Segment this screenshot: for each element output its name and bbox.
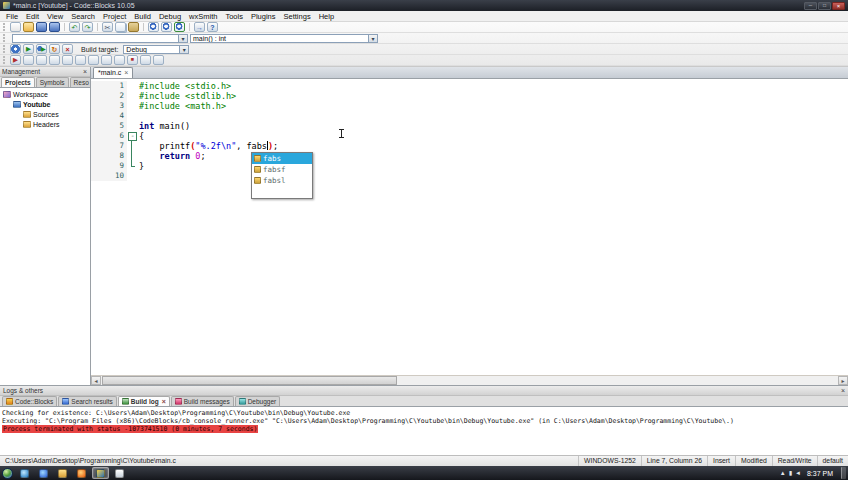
- copy-icon[interactable]: [115, 22, 126, 32]
- chevron-down-icon[interactable]: [368, 35, 377, 42]
- taskbar-app-codeblocks[interactable]: [92, 467, 109, 479]
- redo-icon[interactable]: [82, 22, 93, 32]
- taskbar-app-internet-explorer[interactable]: [35, 467, 52, 479]
- wxsmith-preview-icon[interactable]: [153, 55, 164, 65]
- menu-item-file[interactable]: File: [2, 11, 22, 22]
- start-button[interactable]: [2, 468, 13, 479]
- chevron-down-icon[interactable]: [179, 46, 188, 53]
- close-management-icon[interactable]: ×: [82, 68, 88, 76]
- menu-item-build[interactable]: Build: [130, 11, 155, 22]
- replace-icon[interactable]: [174, 22, 185, 32]
- symbol-combo[interactable]: main() : int: [190, 34, 378, 43]
- management-tab-projects[interactable]: Projects: [1, 77, 35, 87]
- taskbar-app-notepad[interactable]: [111, 467, 128, 479]
- step-into-icon[interactable]: [49, 55, 60, 65]
- new-file-icon[interactable]: [10, 22, 21, 32]
- debug-info-icon[interactable]: [114, 55, 125, 65]
- fold-margin[interactable]: [127, 161, 137, 171]
- logs-tab-debugger[interactable]: Debugger: [235, 396, 281, 406]
- fold-margin[interactable]: [127, 111, 137, 121]
- chevron-down-icon[interactable]: [178, 35, 187, 42]
- find-icon[interactable]: [148, 22, 159, 32]
- menu-item-search[interactable]: Search: [67, 11, 99, 22]
- fold-margin[interactable]: [127, 121, 137, 131]
- next-line-icon[interactable]: [36, 55, 47, 65]
- code-area[interactable]: 1#include <stdio.h>2#include <stdlib.h>3…: [91, 79, 848, 375]
- menu-item-help[interactable]: Help: [315, 11, 338, 22]
- run-icon[interactable]: [23, 44, 34, 54]
- menu-item-plugins[interactable]: Plugins: [247, 11, 280, 22]
- next-instruction-icon[interactable]: [75, 55, 86, 65]
- find-in-files-icon[interactable]: [161, 22, 172, 32]
- menu-item-edit[interactable]: Edit: [22, 11, 43, 22]
- hidden-icons-icon[interactable]: ▲: [780, 470, 786, 476]
- close-icon[interactable]: [832, 2, 845, 10]
- tree-item-headers[interactable]: Headers: [0, 119, 90, 129]
- toolbar-grip[interactable]: [3, 56, 6, 64]
- tree-item-sources[interactable]: Sources: [0, 109, 90, 119]
- paste-icon[interactable]: [128, 22, 139, 32]
- rebuild-icon[interactable]: [49, 44, 60, 54]
- menu-item-view[interactable]: View: [43, 11, 67, 22]
- close-logs-icon[interactable]: ×: [841, 387, 845, 394]
- menu-item-project[interactable]: Project: [99, 11, 130, 22]
- tree-item-workspace[interactable]: Workspace: [0, 89, 90, 99]
- fold-margin[interactable]: [127, 81, 137, 91]
- scroll-left-icon[interactable]: [91, 376, 101, 385]
- maximize-icon[interactable]: [818, 2, 831, 10]
- volume-icon[interactable]: ◄: [795, 470, 801, 476]
- show-desktop-button[interactable]: [841, 467, 846, 479]
- taskbar-app-firefox[interactable]: [73, 467, 90, 479]
- cut-icon[interactable]: [102, 22, 113, 32]
- taskbar-app-windows-media-player[interactable]: [16, 467, 33, 479]
- toolbar-grip[interactable]: [3, 23, 6, 31]
- horizontal-scrollbar[interactable]: [91, 375, 848, 385]
- scope-combo[interactable]: [12, 34, 188, 43]
- autocomplete-item-fabs[interactable]: fabs: [252, 153, 312, 164]
- step-out-icon[interactable]: [62, 55, 73, 65]
- fold-margin[interactable]: [127, 141, 137, 151]
- help-icon[interactable]: [207, 22, 218, 32]
- toggle-breakpoint-icon[interactable]: [88, 55, 99, 65]
- goto-line-icon[interactable]: [194, 22, 205, 32]
- build-target-combo[interactable]: Debug: [123, 45, 189, 54]
- network-icon[interactable]: ▮: [789, 470, 792, 476]
- autocomplete-item-fabsl[interactable]: fabsl: [252, 175, 312, 186]
- wxsmith-tool-icon[interactable]: [140, 55, 151, 65]
- menu-item-settings[interactable]: Settings: [280, 11, 315, 22]
- toolbar-grip[interactable]: [3, 34, 6, 42]
- abort-icon[interactable]: [62, 44, 73, 54]
- save-all-icon[interactable]: [49, 22, 60, 32]
- logs-tab-build-messages[interactable]: Build messages: [171, 396, 234, 406]
- run-to-cursor-icon[interactable]: [23, 55, 34, 65]
- scrollbar-track[interactable]: [101, 376, 838, 385]
- toolbar-grip[interactable]: [3, 45, 6, 53]
- fold-margin[interactable]: [127, 151, 137, 161]
- menu-item-debug[interactable]: Debug: [155, 11, 185, 22]
- logs-tab-search-results[interactable]: Search results: [58, 396, 117, 406]
- fold-margin[interactable]: [127, 131, 137, 141]
- undo-icon[interactable]: [69, 22, 80, 32]
- management-tab-symbols[interactable]: Symbols: [36, 77, 69, 87]
- build-and-run-icon[interactable]: [36, 44, 47, 54]
- autocomplete-item-fabsf[interactable]: fabsf: [252, 164, 312, 175]
- fold-margin[interactable]: [127, 91, 137, 101]
- debug-window-icon[interactable]: [101, 55, 112, 65]
- editor-tab-main-c[interactable]: *main.c ×: [93, 67, 133, 78]
- taskbar-app-file-explorer[interactable]: [54, 467, 71, 479]
- fold-margin[interactable]: [127, 171, 137, 181]
- close-tab-icon[interactable]: ×: [162, 397, 166, 406]
- tree-item-youtube[interactable]: Youtube: [0, 99, 90, 109]
- logs-tab-code-blocks[interactable]: Code::Blocks: [2, 396, 57, 406]
- scrollbar-thumb[interactable]: [102, 376, 397, 385]
- taskbar-clock[interactable]: 8:37 PM: [804, 470, 836, 477]
- open-file-icon[interactable]: [23, 22, 34, 32]
- logs-tab-build-log[interactable]: Build log×: [118, 396, 170, 406]
- build-icon[interactable]: [10, 44, 21, 54]
- save-icon[interactable]: [36, 22, 47, 32]
- scroll-right-icon[interactable]: [838, 376, 848, 385]
- minimize-icon[interactable]: [804, 2, 817, 10]
- menu-item-wxsmith[interactable]: wxSmith: [185, 11, 221, 22]
- fold-margin[interactable]: [127, 101, 137, 111]
- close-tab-icon[interactable]: ×: [124, 68, 128, 78]
